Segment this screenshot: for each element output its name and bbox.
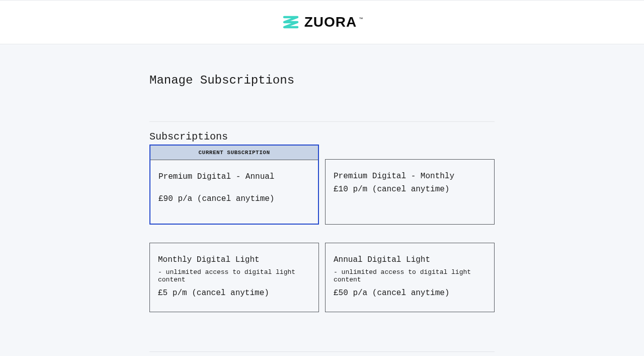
subscription-cards-grid: CURRENT SUBSCRIPTION Premium Digital - A… — [149, 145, 495, 312]
current-subscription-banner: CURRENT SUBSCRIPTION — [150, 146, 318, 160]
zuora-logo-icon — [281, 14, 300, 31]
subscription-price: £90 p/a (cancel anytime) — [158, 194, 310, 203]
subscription-name: Premium Digital - Annual — [158, 172, 310, 181]
subscription-name: Monthly Digital Light — [158, 255, 310, 264]
bottom-divider — [149, 351, 495, 352]
subscription-price: £50 p/a (cancel anytime) — [334, 289, 486, 298]
subscription-description: - unlimited access to digital light cont… — [158, 268, 310, 283]
page-title: Manage Subscriptions — [149, 74, 495, 87]
subscription-card-premium-annual[interactable]: CURRENT SUBSCRIPTION Premium Digital - A… — [149, 145, 319, 225]
divider — [149, 121, 495, 122]
subscription-name: Premium Digital - Monthly — [334, 172, 486, 181]
main-content: Manage Subscriptions Subscriptions CURRE… — [149, 44, 495, 352]
subscription-price: £5 p/m (cancel anytime) — [158, 289, 310, 298]
subscription-name: Annual Digital Light — [334, 255, 486, 264]
subscription-card-premium-monthly[interactable]: Premium Digital - Monthly £10 p/m (cance… — [325, 159, 495, 225]
subscription-price: £10 p/m (cancel anytime) — [334, 185, 486, 194]
header: ZUORA ™ — [0, 0, 644, 44]
subscription-card-annual-light[interactable]: Annual Digital Light - unlimited access … — [325, 243, 495, 312]
section-title: Subscriptions — [149, 131, 495, 143]
logo-trademark: ™ — [359, 17, 363, 21]
subscription-description: - unlimited access to digital light cont… — [334, 268, 486, 283]
logo: ZUORA ™ — [281, 14, 363, 31]
subscription-card-monthly-light[interactable]: Monthly Digital Light - unlimited access… — [149, 243, 319, 312]
logo-text: ZUORA — [304, 14, 357, 30]
card-body: Premium Digital - Annual £90 p/a (cancel… — [150, 160, 318, 224]
